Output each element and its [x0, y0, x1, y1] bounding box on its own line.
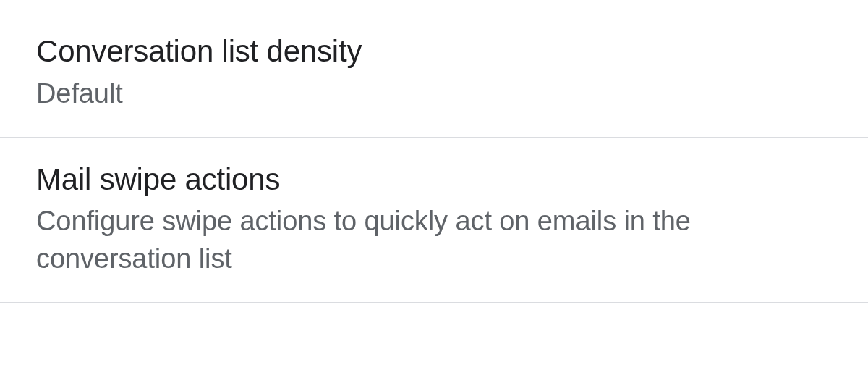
setting-mail-swipe-actions[interactable]: Mail swipe actions Configure swipe actio…	[0, 137, 868, 303]
setting-subtitle: Default	[36, 75, 832, 112]
setting-subtitle: Configure swipe actions to quickly act o…	[36, 203, 832, 277]
setting-conversation-list-density[interactable]: Conversation list density Default	[0, 9, 868, 138]
settings-list: Conversation list density Default Mail s…	[0, 9, 868, 303]
setting-title: Mail swipe actions	[36, 161, 832, 199]
top-spacer	[0, 0, 868, 9]
setting-title: Conversation list density	[36, 33, 832, 71]
